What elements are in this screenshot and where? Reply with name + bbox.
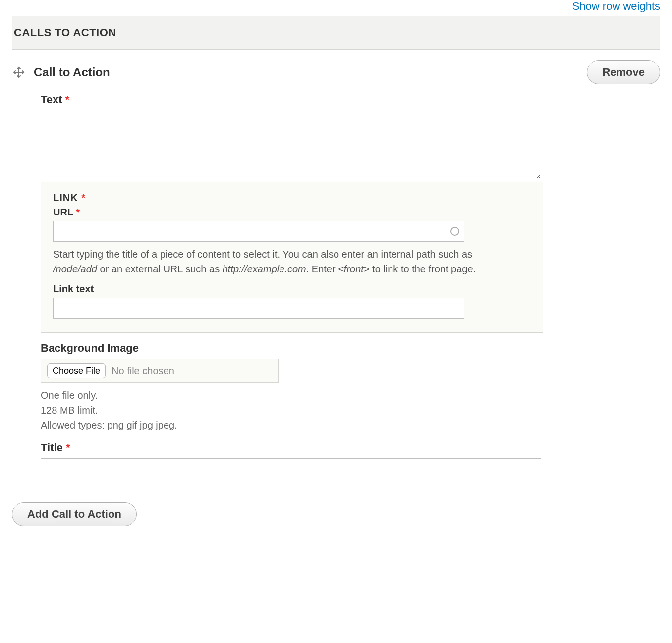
text-textarea[interactable]: [41, 110, 541, 179]
url-help-front: <front>: [338, 264, 369, 274]
autocomplete-throbber-icon: [450, 227, 459, 236]
file-desc-limit: 128 MB limit.: [41, 403, 660, 418]
drag-handle-icon[interactable]: [12, 65, 26, 79]
required-mark-icon: *: [76, 207, 80, 217]
text-label-text: Text: [41, 93, 62, 106]
url-help-enter: . Enter: [306, 264, 338, 274]
url-label: URL *: [53, 207, 531, 218]
section-header: CALLS TO ACTION: [12, 16, 660, 50]
divider: [12, 489, 660, 489]
section-title: CALLS TO ACTION: [14, 26, 116, 39]
text-label: Text *: [41, 93, 660, 106]
required-mark-icon: *: [81, 192, 86, 203]
url-help-post: to link to the front page.: [370, 264, 476, 274]
title-label: Title *: [41, 441, 660, 454]
title-input[interactable]: [41, 458, 541, 479]
url-help-text: Start typing the title of a piece of con…: [53, 247, 519, 276]
file-upload-widget: Choose File No file chosen: [41, 359, 279, 383]
url-label-text: URL: [53, 207, 73, 217]
link-text-input[interactable]: [53, 298, 464, 319]
link-fieldset: LINK * URL * Start typing the title of a…: [41, 182, 543, 333]
file-desc-one: One file only.: [41, 388, 660, 403]
url-help-path: /node/add: [53, 264, 97, 274]
item-heading: Call to Action: [34, 65, 110, 79]
url-input[interactable]: [53, 221, 464, 242]
cta-item: Call to Action Remove Text * LINK * URL: [12, 50, 660, 479]
link-legend: LINK *: [53, 192, 531, 204]
link-text-label: Link text: [53, 283, 531, 295]
file-desc-types: Allowed types: png gif jpg jpeg.: [41, 418, 660, 432]
calls-to-action-fieldset: CALLS TO ACTION: [12, 16, 660, 526]
file-status: No file chosen: [112, 365, 174, 376]
remove-button[interactable]: Remove: [587, 60, 660, 84]
background-image-label: Background Image: [41, 342, 660, 355]
link-legend-text: LINK: [53, 192, 78, 203]
required-mark-icon: *: [66, 441, 70, 454]
file-description: One file only. 128 MB limit. Allowed typ…: [41, 388, 660, 432]
choose-file-button[interactable]: Choose File: [47, 363, 106, 378]
add-call-to-action-button[interactable]: Add Call to Action: [12, 502, 137, 526]
url-help-mid: or an external URL such as: [97, 264, 223, 274]
url-help-pre: Start typing the title of a piece of con…: [53, 249, 472, 260]
title-label-text: Title: [41, 441, 63, 454]
required-mark-icon: *: [65, 93, 70, 106]
url-help-url: http://example.com: [223, 264, 306, 274]
show-row-weights-link[interactable]: Show row weights: [572, 0, 660, 12]
